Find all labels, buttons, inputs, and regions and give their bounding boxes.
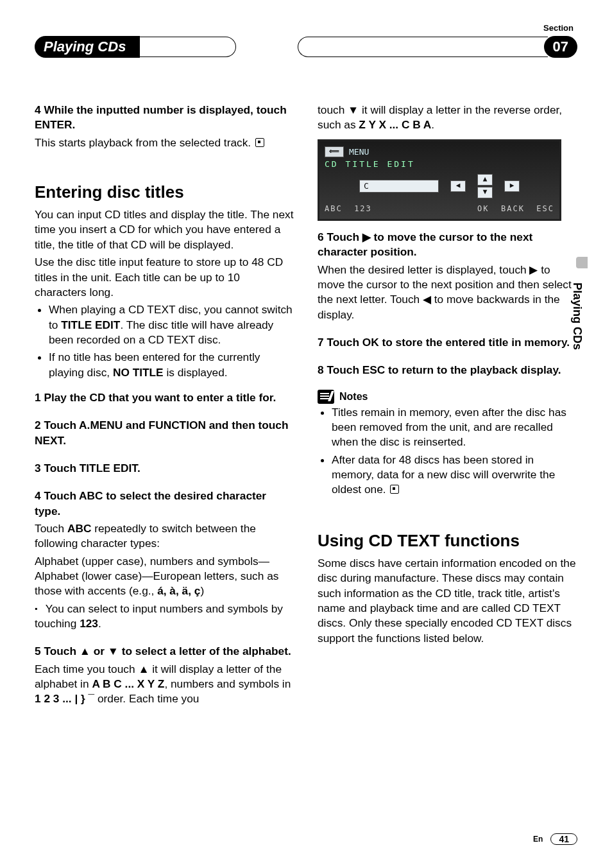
step-4-enter-text: This starts playback from the selected t… bbox=[35, 136, 251, 149]
ss-ok-label: OK bbox=[477, 204, 489, 213]
page-footer: En 41 bbox=[533, 833, 577, 845]
step-7: 7 Touch OK to store the entered title in… bbox=[318, 335, 577, 350]
ss-title-label: CD TITLE EDIT bbox=[325, 159, 415, 170]
step-5: 5 Touch ▲ or ▼ to select a letter of the… bbox=[35, 644, 294, 659]
t: ) bbox=[200, 584, 204, 597]
notes-icon bbox=[318, 390, 334, 404]
t: Touch bbox=[35, 522, 67, 535]
header-band: Playing CDs 07 bbox=[0, 36, 612, 62]
section-label: Section bbox=[543, 23, 574, 33]
title-edit-screenshot: ⟸ MENU CD TITLE EDIT C ◀ ▲ ▼ ▶ ABC 123 bbox=[318, 139, 561, 221]
t: 1 2 3 ... | } ¯ bbox=[35, 692, 94, 705]
chapter-number-pill: 07 bbox=[544, 36, 577, 58]
ss-right-arrow-icon: ▶ bbox=[504, 180, 520, 192]
t: , numbers and symbols in bbox=[164, 677, 291, 690]
ss-menu-label: MENU bbox=[349, 146, 369, 158]
step-4-body-1: Touch ABC repeatedly to switch between t… bbox=[35, 521, 294, 551]
chapter-title-pill: Playing CDs bbox=[35, 36, 140, 58]
ss-left-arrow-icon: ◀ bbox=[450, 180, 466, 192]
step-8: 8 Touch ESC to return to the playback di… bbox=[318, 363, 577, 378]
step-4-enter: 4 While the inputted number is displayed… bbox=[35, 103, 294, 133]
chapter-title-tail bbox=[140, 37, 236, 57]
step-1: 1 Play the CD that you want to enter a t… bbox=[35, 390, 294, 405]
entering-intro-1: You can input CD titles and display the … bbox=[35, 207, 294, 252]
t: . bbox=[431, 118, 434, 131]
step-5-continued: touch ▼ it will display a letter in the … bbox=[318, 103, 577, 133]
heading-entering-disc-titles: Entering disc titles bbox=[35, 181, 294, 204]
entering-intro-2: Use the disc title input feature to stor… bbox=[35, 255, 294, 300]
step-6: 6 Touch ▶ to move the cursor to the next… bbox=[318, 230, 577, 260]
t: 123 bbox=[80, 617, 98, 630]
body-columns: 4 While the inputted number is displayed… bbox=[35, 103, 577, 810]
step-5-body: Each time you touch ▲ it will display a … bbox=[35, 662, 294, 707]
entering-notes-list: When playing a CD TEXT disc, you cannot … bbox=[35, 302, 294, 380]
end-of-topic-icon bbox=[390, 485, 399, 494]
ss-input-field: C bbox=[359, 180, 439, 193]
t: order. Each time you bbox=[94, 692, 199, 705]
t: After data for 48 discs has been stored … bbox=[332, 453, 555, 496]
side-tab-notch bbox=[576, 257, 588, 268]
ss-back-icon: ⟸ bbox=[325, 146, 344, 157]
cd-text-intro: Some discs have certain information enco… bbox=[318, 556, 577, 646]
list-item: Titles remain in memory, even after the … bbox=[332, 405, 577, 450]
heading-cd-text: Using CD TEXT functions bbox=[318, 530, 577, 552]
t: touch ▼ it will display a letter in the … bbox=[318, 103, 562, 131]
li-strong: NO TITLE bbox=[113, 366, 164, 379]
step-4-body-2: Alphabet (upper case), numbers and symbo… bbox=[35, 554, 294, 599]
notes-heading: Notes bbox=[318, 390, 577, 404]
step-4: 4 Touch ABC to select the desired charac… bbox=[35, 489, 294, 519]
li-strong: TITLE EDIT bbox=[61, 318, 120, 331]
t: You can select to input numbers and symb… bbox=[35, 602, 283, 630]
end-of-topic-icon bbox=[255, 138, 264, 147]
page-number: 41 bbox=[550, 833, 577, 845]
chapter-number-lead bbox=[298, 37, 548, 57]
t: á, à, ä, ç bbox=[157, 584, 200, 597]
ss-up-arrow-icon: ▲ bbox=[477, 174, 493, 186]
t: Z Y X ... C B A bbox=[359, 118, 431, 131]
ss-123-label: 123 bbox=[354, 204, 372, 213]
list-item: When playing a CD TEXT disc, you cannot … bbox=[49, 302, 294, 347]
ss-back-label: BACK bbox=[501, 204, 525, 213]
li-text: is displayed. bbox=[164, 366, 228, 379]
ss-esc-label: ESC bbox=[536, 204, 554, 213]
notes-list: Titles remain in memory, even after the … bbox=[318, 405, 577, 498]
ss-abc-label: ABC bbox=[325, 204, 343, 213]
list-item: If no title has been entered for the cur… bbox=[49, 350, 294, 380]
step-3: 3 Touch TITLE EDIT. bbox=[35, 461, 294, 476]
ss-down-arrow-icon: ▼ bbox=[477, 187, 493, 198]
t: . bbox=[98, 617, 101, 630]
step-6-body: When the desired letter is displayed, to… bbox=[318, 263, 577, 322]
step-4-enter-body: This starts playback from the selected t… bbox=[35, 135, 294, 150]
step-4-subnote: You can select to input numbers and symb… bbox=[35, 602, 294, 632]
t: ABC bbox=[67, 522, 91, 535]
list-item: After data for 48 discs has been stored … bbox=[332, 453, 577, 498]
t: A B C ... X Y Z bbox=[92, 677, 164, 690]
language-code: En bbox=[533, 835, 543, 844]
document-page: Section Playing CDs 07 Playing CDs 4 Whi… bbox=[0, 0, 612, 868]
notes-label: Notes bbox=[339, 390, 368, 404]
step-2: 2 Touch A.MENU and FUNCTION and then tou… bbox=[35, 418, 294, 448]
